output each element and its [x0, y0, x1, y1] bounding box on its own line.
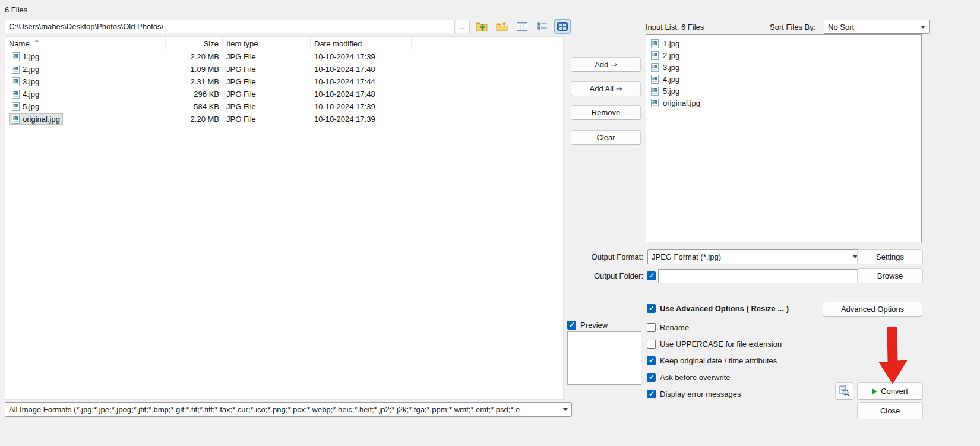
file-modified: 10-10-2024 17:39: [311, 52, 412, 61]
table-row-selected[interactable]: original.jpg 2.20 MB JPG File 10-10-2024…: [5, 113, 563, 125]
list-item[interactable]: 2.jpg: [651, 49, 916, 61]
preview-checkbox[interactable]: [567, 321, 576, 330]
column-header-type[interactable]: Item type: [223, 37, 311, 50]
file-name: 5.jpg: [23, 102, 39, 111]
column-header-name[interactable]: Name: [5, 37, 166, 50]
preview-label: Preview: [580, 321, 608, 330]
format-filter-text: All Image Formats (*.jpg;*.jpe;*.jpeg;*.…: [9, 405, 559, 414]
list-item[interactable]: 3.jpg: [651, 61, 916, 73]
add-button[interactable]: Add ⇒: [571, 57, 641, 72]
remove-button[interactable]: Remove: [571, 105, 641, 120]
file-modified: 10-10-2024 17:44: [311, 77, 412, 86]
file-type: JPG File: [223, 52, 311, 61]
table-row[interactable]: 2.jpg 1.09 MB JPG File 10-10-2024 17:40: [5, 63, 563, 75]
rename-checkbox[interactable]: [647, 323, 656, 332]
file-type: JPG File: [223, 102, 311, 111]
list-item[interactable]: 1.jpg: [651, 37, 916, 49]
file-size: 1.09 MB: [166, 65, 223, 74]
path-text: C:\Users\mahes\Desktop\Photos\Old Photos…: [9, 22, 163, 31]
table-row[interactable]: 1.jpg 2.20 MB JPG File 10-10-2024 17:39: [5, 50, 563, 63]
file-type: JPG File: [223, 77, 311, 86]
jpg-file-icon: [651, 87, 659, 96]
output-folder-checkbox[interactable]: [647, 271, 656, 280]
annotation-arrow-icon: [873, 327, 912, 386]
list-item-label: 3.jpg: [663, 63, 679, 72]
preview-pane: [567, 331, 641, 385]
ask-overwrite-label: Ask before overwrite: [660, 373, 731, 382]
input-list-title: Input List: 6 Files: [646, 23, 704, 31]
path-input[interactable]: C:\Users\mahes\Desktop\Photos\Old Photos…: [5, 20, 460, 33]
output-folder-input[interactable]: [658, 269, 862, 283]
file-table: Name Size Item type Date modified 1.jpg …: [5, 36, 564, 400]
list-item-label: 4.jpg: [663, 75, 679, 84]
list-item-label: 1.jpg: [663, 39, 679, 48]
clear-button[interactable]: Clear: [571, 130, 641, 145]
column-header-size[interactable]: Size: [166, 37, 223, 50]
use-advanced-options-label: Use Advanced Options ( Resize ... ): [660, 304, 789, 313]
file-size: 2.20 MB: [166, 52, 223, 61]
files-count-label: 6 Files: [5, 5, 27, 14]
quick-preview-button[interactable]: [835, 382, 853, 400]
browse-button[interactable]: Browse: [857, 268, 923, 283]
convert-button[interactable]: Convert: [857, 382, 923, 400]
table-row[interactable]: 3.jpg 2.31 MB JPG File 10-10-2024 17:44: [5, 75, 563, 88]
add-all-button[interactable]: Add All ⇛: [571, 81, 641, 96]
jpg-file-icon: [12, 102, 20, 111]
output-format-value: JPEG Format (*.jpg): [652, 252, 849, 261]
list-item-label: original.jpg: [663, 99, 700, 107]
app-window: 6 Files C:\Users\mahes\Desktop\Photos\Ol…: [0, 0, 980, 446]
file-size: 584 KB: [166, 102, 223, 111]
uppercase-extension-checkbox[interactable]: [647, 340, 656, 349]
magnifier-page-icon: [839, 385, 850, 397]
list-item[interactable]: 4.jpg: [651, 73, 916, 85]
output-folder-label: Output Folder:: [579, 271, 643, 280]
jpg-file-icon: [651, 63, 659, 72]
file-size: 2.31 MB: [166, 77, 223, 86]
jpg-file-icon: [12, 77, 20, 86]
column-header-modified[interactable]: Date modified: [311, 37, 412, 50]
format-filter-dropdown[interactable]: All Image Formats (*.jpg;*.jpe;*.jpeg;*.…: [5, 402, 572, 417]
ask-overwrite-checkbox[interactable]: [647, 373, 656, 382]
file-name: 2.jpg: [23, 65, 39, 74]
output-format-dropdown[interactable]: JPEG Format (*.jpg): [647, 249, 862, 264]
table-row[interactable]: 5.jpg 584 KB JPG File 10-10-2024 17:39: [5, 100, 563, 113]
keep-date-checkbox[interactable]: [647, 356, 656, 365]
file-name: 3.jpg: [23, 77, 39, 86]
toolbar: [473, 19, 571, 34]
advanced-options-button[interactable]: Advanced Options: [823, 302, 922, 317]
chevron-down-icon: [921, 26, 925, 29]
sort-ascending-icon: [34, 40, 39, 42]
new-folder-icon[interactable]: [494, 19, 510, 34]
thumbnails-view-icon[interactable]: [554, 19, 571, 34]
list-item[interactable]: original.jpg: [651, 97, 916, 109]
list-item[interactable]: 5.jpg: [651, 85, 916, 97]
display-errors-checkbox[interactable]: [647, 390, 656, 398]
file-modified: 10-10-2024 17:40: [311, 65, 412, 74]
details-view-icon[interactable]: [514, 19, 530, 34]
close-button[interactable]: Close: [857, 402, 923, 419]
list-view-icon[interactable]: [534, 19, 551, 34]
browse-path-button[interactable]: ...: [454, 20, 470, 33]
use-advanced-options-checkbox[interactable]: [647, 304, 656, 313]
jpg-file-icon: [12, 90, 20, 99]
jpg-file-icon: [12, 65, 20, 74]
jpg-file-icon: [651, 75, 659, 84]
sort-files-dropdown[interactable]: No Sort: [824, 20, 930, 34]
list-item-label: 5.jpg: [663, 87, 679, 96]
file-size: 296 KB: [166, 90, 223, 99]
table-header: Name Size Item type Date modified: [5, 37, 563, 50]
jpg-file-icon: [651, 99, 659, 107]
file-type: JPG File: [223, 115, 311, 124]
file-type: JPG File: [223, 90, 311, 99]
chevron-down-icon: [563, 408, 568, 411]
list-item-label: 2.jpg: [663, 51, 679, 60]
jpg-file-icon: [12, 115, 20, 124]
file-modified: 10-10-2024 17:39: [311, 102, 412, 111]
settings-button[interactable]: Settings: [857, 249, 923, 264]
table-row[interactable]: 4.jpg 296 KB JPG File 10-10-2024 17:48: [5, 88, 563, 100]
folder-up-icon[interactable]: [473, 19, 490, 34]
input-file-list[interactable]: 1.jpg 2.jpg 3.jpg 4.jpg 5.jpg original.j…: [646, 34, 922, 242]
column-header-name-label: Name: [9, 39, 30, 48]
jpg-file-icon: [12, 52, 20, 61]
convert-label: Convert: [881, 387, 908, 396]
